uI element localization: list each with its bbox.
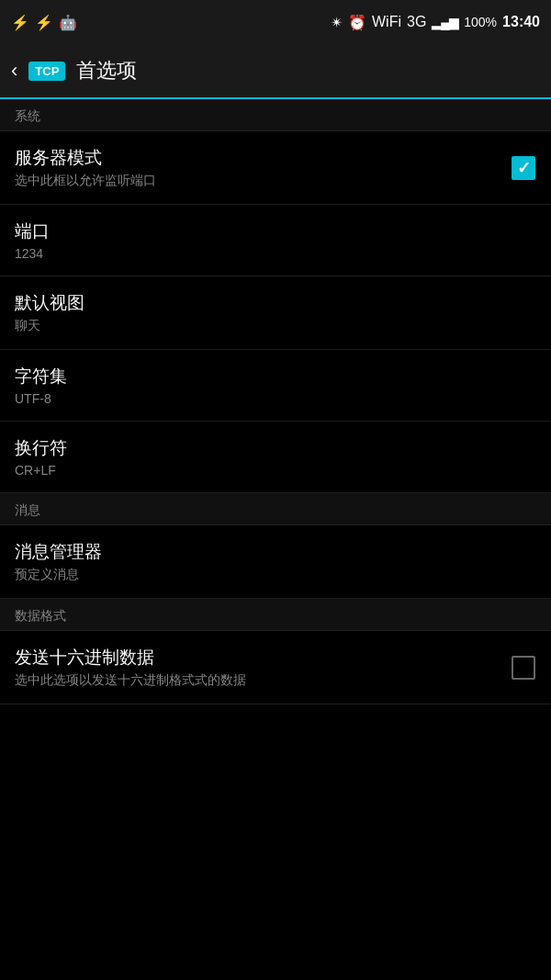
setting-port[interactable]: 端口 1234 bbox=[0, 205, 551, 276]
settings-content: 系统 服务器模式 选中此框以允许监听端口 端口 1234 默认视图 聊天 字符集… bbox=[0, 99, 551, 704]
alarm-icon: ⏰ bbox=[348, 14, 366, 31]
setting-newline-subtitle: CR+LF bbox=[15, 463, 536, 478]
setting-newline-title: 换行符 bbox=[15, 436, 536, 460]
setting-default-view-text: 默认视图 聊天 bbox=[15, 291, 536, 334]
setting-charset-title: 字符集 bbox=[15, 365, 536, 389]
setting-send-hex[interactable]: 发送十六进制数据 选中此选项以发送十六进制格式式的数据 bbox=[0, 631, 551, 704]
usb-icon-1: ⚡ bbox=[11, 14, 29, 31]
back-button[interactable]: ‹ bbox=[11, 59, 17, 83]
setting-send-hex-text: 发送十六进制数据 选中此选项以发送十六进制格式式的数据 bbox=[15, 646, 511, 689]
tcp-badge: TCP bbox=[28, 62, 65, 81]
setting-send-hex-subtitle: 选中此选项以发送十六进制格式式的数据 bbox=[15, 672, 511, 689]
setting-message-manager[interactable]: 消息管理器 预定义消息 bbox=[0, 525, 551, 599]
status-icons-right: ✴ ⏰ WiFi 3G ▂▄▆ 100% 13:40 bbox=[331, 14, 540, 31]
app-bar: ‹ TCP 首选项 bbox=[0, 44, 551, 99]
setting-port-subtitle: 1234 bbox=[15, 246, 536, 261]
section-system-header: 系统 bbox=[0, 99, 551, 131]
server-mode-checkbox[interactable] bbox=[511, 155, 536, 181]
setting-charset[interactable]: 字符集 UTF-8 bbox=[0, 350, 551, 422]
setting-message-manager-title: 消息管理器 bbox=[15, 540, 536, 564]
setting-default-view-subtitle: 聊天 bbox=[15, 318, 536, 334]
network-type: 3G bbox=[407, 14, 426, 30]
status-bar: ⚡ ⚡ 🤖 ✴ ⏰ WiFi 3G ▂▄▆ 100% 13:40 bbox=[0, 0, 551, 44]
setting-message-manager-subtitle: 预定义消息 bbox=[15, 567, 536, 583]
setting-port-title: 端口 bbox=[15, 220, 536, 243]
setting-default-view[interactable]: 默认视图 聊天 bbox=[0, 276, 551, 350]
setting-server-mode-text: 服务器模式 选中此框以允许监听端口 bbox=[15, 146, 511, 189]
bluetooth-icon: ✴ bbox=[331, 14, 343, 31]
setting-server-mode[interactable]: 服务器模式 选中此框以允许监听端口 bbox=[0, 131, 551, 205]
checkbox-checked-icon bbox=[512, 156, 535, 180]
wifi-icon: WiFi bbox=[372, 14, 401, 30]
section-message-header: 消息 bbox=[0, 493, 551, 525]
android-icon: 🤖 bbox=[59, 14, 77, 31]
battery-level: 100% bbox=[464, 15, 497, 29]
setting-send-hex-title: 发送十六进制数据 bbox=[15, 646, 511, 670]
setting-charset-subtitle: UTF-8 bbox=[15, 391, 536, 406]
signal-icon: ▂▄▆ bbox=[432, 15, 458, 29]
setting-newline-text: 换行符 CR+LF bbox=[15, 436, 536, 478]
setting-newline[interactable]: 换行符 CR+LF bbox=[0, 422, 551, 493]
setting-port-text: 端口 1234 bbox=[15, 220, 536, 261]
time-display: 13:40 bbox=[502, 14, 540, 30]
setting-default-view-title: 默认视图 bbox=[15, 291, 536, 315]
page-title: 首选项 bbox=[76, 57, 137, 84]
setting-message-manager-text: 消息管理器 预定义消息 bbox=[15, 540, 536, 583]
send-hex-checkbox[interactable] bbox=[511, 655, 536, 681]
section-data-format-header: 数据格式 bbox=[0, 599, 551, 631]
setting-charset-text: 字符集 UTF-8 bbox=[15, 365, 536, 406]
status-icons-left: ⚡ ⚡ 🤖 bbox=[11, 14, 77, 31]
usb-icon-2: ⚡ bbox=[35, 14, 53, 31]
setting-server-mode-subtitle: 选中此框以允许监听端口 bbox=[15, 173, 511, 189]
checkbox-unchecked-icon bbox=[512, 656, 535, 680]
setting-server-mode-title: 服务器模式 bbox=[15, 146, 511, 170]
